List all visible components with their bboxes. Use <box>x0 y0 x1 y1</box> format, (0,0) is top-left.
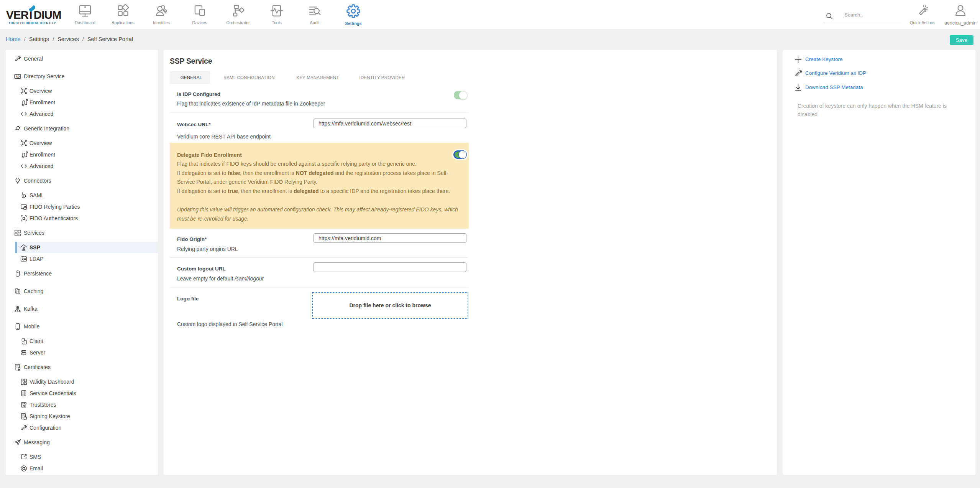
svg-text:AD: AD <box>16 75 20 78</box>
